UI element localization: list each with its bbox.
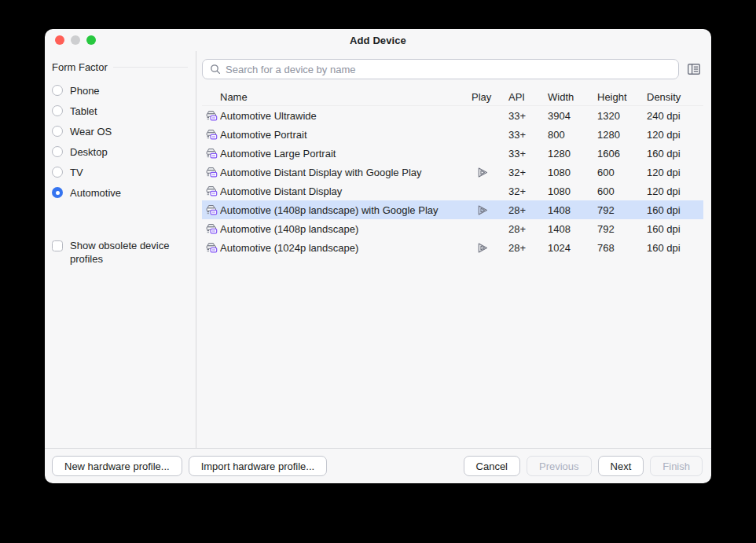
checkbox-icon[interactable] bbox=[52, 240, 63, 251]
form-factor-option-phone[interactable]: Phone bbox=[52, 80, 188, 101]
import-hardware-profile-button[interactable]: Import hardware profile... bbox=[189, 456, 328, 476]
device-row-automotive-1408p-landscape-with-google-play[interactable]: Automotive (1408p landscape) with Google… bbox=[202, 200, 703, 219]
column-header-height[interactable]: Height bbox=[597, 91, 647, 103]
radio-label: Desktop bbox=[70, 146, 108, 158]
device-width: 1408 bbox=[548, 223, 597, 235]
section-separator-line bbox=[113, 67, 188, 68]
add-device-dialog: Add Device Form Factor PhoneTabletWear O… bbox=[45, 29, 711, 483]
radio-label: Automotive bbox=[70, 187, 121, 199]
footer-left-buttons: New hardware profile...Import hardware p… bbox=[52, 456, 327, 476]
device-density: 120 dpi bbox=[647, 167, 703, 178]
device-height: 768 bbox=[597, 242, 647, 254]
new-hardware-profile-button[interactable]: New hardware profile... bbox=[52, 456, 182, 476]
google-play-icon bbox=[472, 204, 508, 217]
details-view-toggle-button[interactable] bbox=[684, 60, 703, 79]
device-api: 33+ bbox=[508, 110, 548, 122]
device-height: 600 bbox=[597, 185, 647, 197]
column-header-name[interactable]: Name bbox=[220, 91, 472, 103]
radio-icon bbox=[52, 167, 63, 178]
radio-icon bbox=[52, 187, 63, 198]
device-row-automotive-portrait[interactable]: Automotive Portrait33+8001280120 dpi bbox=[202, 125, 703, 144]
column-header-play[interactable]: Play bbox=[472, 91, 508, 103]
device-density: 120 dpi bbox=[647, 129, 703, 141]
device-density: 160 dpi bbox=[647, 242, 703, 254]
device-row-automotive-1024p-landscape[interactable]: Automotive (1024p landscape) 28+10247681… bbox=[202, 238, 703, 257]
device-width: 1080 bbox=[548, 185, 597, 197]
device-width: 1080 bbox=[548, 167, 597, 178]
device-height: 792 bbox=[597, 204, 647, 216]
form-factor-radio-group: PhoneTabletWear OSDesktopTVAutomotive bbox=[52, 80, 188, 203]
radio-icon bbox=[52, 105, 63, 116]
device-width: 1408 bbox=[548, 204, 597, 216]
form-factor-label: Form Factor bbox=[52, 61, 108, 73]
automotive-device-icon bbox=[202, 166, 220, 178]
automotive-device-icon bbox=[202, 241, 220, 254]
form-factor-option-desktop[interactable]: Desktop bbox=[52, 141, 188, 162]
dialog-body: Form Factor PhoneTabletWear OSDesktopTVA… bbox=[45, 51, 711, 448]
device-table: Name Play API Width Height Density Autom… bbox=[202, 88, 703, 257]
automotive-device-icon bbox=[202, 185, 220, 197]
device-api: 28+ bbox=[508, 204, 548, 216]
column-header-width[interactable]: Width bbox=[548, 91, 597, 103]
zoom-button-icon[interactable] bbox=[86, 35, 96, 45]
form-factor-option-tablet[interactable]: Tablet bbox=[52, 101, 188, 121]
device-api: 33+ bbox=[508, 148, 548, 160]
titlebar[interactable]: Add Device bbox=[45, 29, 711, 51]
device-row-automotive-ultrawide[interactable]: Automotive Ultrawide33+39041320240 dpi bbox=[202, 106, 703, 125]
device-height: 1320 bbox=[597, 110, 647, 122]
device-api: 32+ bbox=[508, 167, 548, 178]
device-name: Automotive Portrait bbox=[220, 129, 472, 141]
window-title: Add Device bbox=[350, 35, 406, 46]
cancel-button[interactable]: Cancel bbox=[464, 456, 520, 476]
radio-label: Wear OS bbox=[70, 126, 112, 138]
form-factor-option-automotive[interactable]: Automotive bbox=[52, 182, 188, 203]
search-field[interactable] bbox=[202, 59, 679, 79]
device-api: 28+ bbox=[508, 242, 548, 254]
device-name: Automotive Distant Display with Google P… bbox=[220, 167, 472, 178]
device-density: 160 dpi bbox=[647, 148, 703, 160]
device-height: 1280 bbox=[597, 129, 647, 141]
device-height: 600 bbox=[597, 167, 647, 178]
device-api: 33+ bbox=[508, 129, 548, 141]
device-row-automotive-1408p-landscape[interactable]: Automotive (1408p landscape)28+140879216… bbox=[202, 219, 703, 238]
automotive-device-icon bbox=[202, 128, 220, 141]
traffic-lights bbox=[55, 35, 96, 45]
details-view-icon bbox=[686, 61, 702, 77]
radio-icon bbox=[52, 85, 63, 96]
radio-icon bbox=[52, 146, 63, 157]
device-name: Automotive Distant Display bbox=[220, 185, 472, 197]
search-row bbox=[202, 59, 703, 79]
device-name: Automotive Ultrawide bbox=[220, 110, 472, 122]
automotive-device-icon bbox=[202, 109, 220, 122]
footer-right-buttons: CancelPreviousNextFinish bbox=[464, 456, 703, 476]
radio-icon bbox=[52, 126, 63, 137]
google-play-icon bbox=[472, 241, 508, 255]
form-factor-option-tv[interactable]: TV bbox=[52, 162, 188, 182]
minimize-button-icon bbox=[71, 35, 80, 45]
device-name: Automotive Large Portrait bbox=[220, 148, 472, 160]
radio-label: TV bbox=[70, 167, 83, 178]
device-height: 1606 bbox=[597, 148, 647, 160]
search-input[interactable] bbox=[226, 64, 671, 75]
device-name: Automotive (1408p landscape) with Google… bbox=[220, 204, 472, 216]
radio-label: Phone bbox=[70, 85, 100, 97]
automotive-device-icon bbox=[202, 147, 220, 160]
automotive-device-icon bbox=[202, 222, 220, 235]
column-header-density[interactable]: Density bbox=[647, 91, 703, 103]
previous-button: Previous bbox=[527, 456, 592, 476]
device-row-automotive-large-portrait[interactable]: Automotive Large Portrait33+12801606160 … bbox=[202, 144, 703, 163]
form-factor-sidebar: Form Factor PhoneTabletWear OSDesktopTVA… bbox=[45, 51, 196, 448]
automotive-device-icon bbox=[202, 204, 220, 216]
close-button-icon[interactable] bbox=[55, 35, 64, 45]
device-row-automotive-distant-display-with-google-play[interactable]: Automotive Distant Display with Google P… bbox=[202, 163, 703, 182]
column-header-api[interactable]: API bbox=[508, 91, 548, 103]
finish-button: Finish bbox=[650, 456, 703, 476]
device-name: Automotive (1408p landscape) bbox=[220, 223, 472, 235]
device-row-automotive-distant-display[interactable]: Automotive Distant Display32+1080600120 … bbox=[202, 182, 703, 200]
device-width: 3904 bbox=[548, 110, 597, 122]
form-factor-option-wear-os[interactable]: Wear OS bbox=[52, 121, 188, 141]
device-density: 160 dpi bbox=[647, 223, 703, 235]
search-icon bbox=[210, 64, 221, 75]
next-button[interactable]: Next bbox=[598, 456, 644, 476]
show-obsolete-checkbox-row[interactable]: Show obsolete device profiles bbox=[52, 239, 188, 266]
